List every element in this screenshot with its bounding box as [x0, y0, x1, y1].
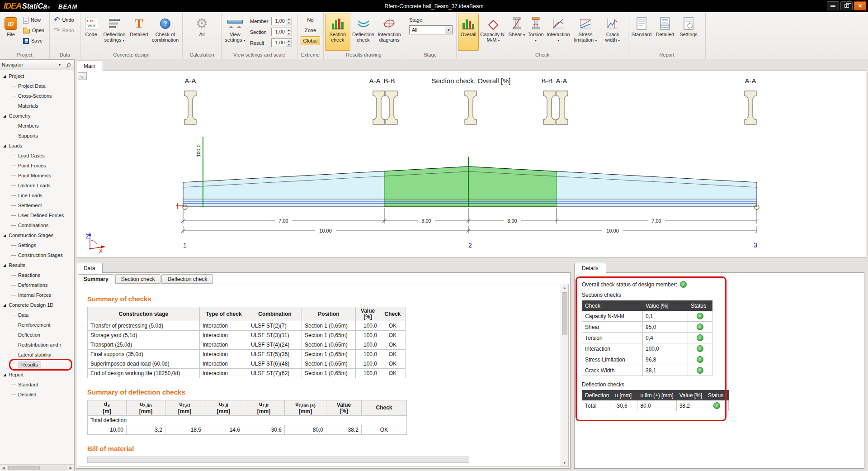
navigator-item-point-moments[interactable]: Point Moments [0, 171, 74, 181]
scroll-left-icon[interactable]: ◀ [0, 466, 7, 470]
tab-main[interactable]: Main [76, 61, 103, 71]
member-scale-input[interactable]: 1,00 ▲▼ [271, 17, 292, 25]
table-row[interactable]: Interaction100,0✓ [582, 343, 712, 354]
tree-expand-icon[interactable]: ◢ [3, 303, 6, 307]
fit-view-button[interactable]: ↔ [78, 72, 87, 80]
check-torsion-button[interactable]: Torsion ▾ [526, 14, 546, 51]
result-scale-spinner[interactable]: ▲▼ [286, 39, 292, 47]
navigator-item-deflection[interactable]: Deflection [0, 330, 74, 340]
tab-details[interactable]: Details [574, 263, 606, 273]
tree-expand-icon[interactable]: ◢ [3, 233, 6, 238]
scroll-down-icon[interactable]: ▼ [561, 459, 568, 466]
deflection-check-button[interactable]: Deflection check [350, 14, 377, 51]
navigator-item-deformations[interactable]: Deformations [0, 280, 74, 290]
stage-dropdown[interactable]: All ▼ [409, 25, 453, 34]
data-vertical-scrollbar[interactable]: ▲ ▼ [561, 284, 568, 466]
check-of-combination-button[interactable]: ? Check of combination [150, 14, 181, 51]
navigator-item-point-forces[interactable]: Point Forces [0, 161, 74, 171]
navigator-item-user-defined-forces[interactable]: User-Defined Forces [0, 210, 74, 220]
file-button[interactable]: ID File [1, 14, 20, 51]
navigator-item-members[interactable]: Members [0, 121, 74, 131]
main-drawing-canvas[interactable]: ↔ A-A A-A B-B Section check. Overall [%]… [76, 71, 866, 257]
navigator-item-detailed[interactable]: Detailed [0, 390, 74, 400]
navigator-item-concrete-design-1d[interactable]: ◢Concrete Design 1D [0, 300, 74, 310]
extreme-zone-button[interactable]: Zone [302, 26, 319, 35]
beam-drawing[interactable]: A-A A-A B-B Section check. Overall [%] B… [76, 71, 866, 257]
scroll-right-icon[interactable]: ▶ [67, 466, 74, 470]
table-row[interactable]: Crack Width38,1✓ [582, 365, 712, 376]
extreme-no-button[interactable]: No [304, 15, 316, 24]
section-scale-input[interactable]: 1,00 ▲▼ [271, 28, 292, 36]
tree-expand-icon[interactable]: ◢ [3, 373, 6, 377]
tab-section-check[interactable]: Section check [115, 274, 161, 284]
table-row[interactable]: 10,003,2-18,5-14,6-30,680,038,2OK [88, 425, 407, 435]
table-row[interactable]: End of design working life (18250,0d)Int… [88, 369, 406, 378]
scrollbar-thumb[interactable] [8, 466, 40, 470]
check-crack-width-button[interactable]: Crack width ▾ [600, 14, 625, 51]
redo-button[interactable]: ↷Redo [51, 26, 77, 35]
navigator-item-project-data[interactable]: Project Data [0, 81, 74, 91]
member-scale-spinner[interactable]: ▲▼ [286, 17, 292, 25]
table-row[interactable]: Storage yard (5,1d)InteractionULSF ST(3)… [88, 331, 406, 340]
tree-expand-icon[interactable]: ◢ [3, 263, 6, 267]
navigator-item-load-cases[interactable]: Load Cases [0, 151, 74, 161]
result-scale-input[interactable]: 1,00 ▲▼ [271, 38, 292, 47]
table-row[interactable]: Transfer of prestressing (5,0d)Interacti… [88, 321, 406, 331]
deflection-settings-button[interactable]: Deflection settings ▾ [100, 14, 128, 51]
new-button[interactable]: New [20, 15, 47, 24]
navigator-item-supports[interactable]: Supports [0, 131, 74, 141]
table-row[interactable]: Capacity N-M-M0,1✓ [582, 311, 712, 322]
navigator-item-reactions[interactable]: Reactions [0, 270, 74, 280]
navigator-item-materials[interactable]: Materials [0, 101, 74, 111]
check-interaction-button[interactable]: Interaction ▾ [546, 14, 571, 51]
table-row[interactable]: Shear95,0✓ [582, 322, 712, 333]
navigator-item-line-loads[interactable]: Line Loads [0, 190, 74, 200]
tab-summary[interactable]: Summary [78, 274, 114, 284]
pin-icon[interactable] [65, 61, 72, 68]
section-check-button[interactable]: Section check [325, 14, 350, 51]
navigator-item-combinations[interactable]: Combinations [0, 220, 74, 230]
dropdown-arrow-icon[interactable]: ▼ [445, 26, 452, 34]
navigator-item-data[interactable]: Data [0, 310, 74, 320]
navigator-item-geometry[interactable]: ◢Geometry [0, 111, 74, 121]
scroll-up-icon[interactable]: ▲ [561, 284, 568, 291]
navigator-item-settlement[interactable]: Settlement [0, 200, 74, 210]
table-group-row[interactable]: Total deflection [88, 416, 407, 425]
report-standard-button[interactable]: Standard [630, 14, 653, 51]
navigator-item-cross-sections[interactable]: Cross-Sections [0, 91, 74, 101]
extreme-global-button[interactable]: Global [301, 36, 321, 45]
navigator-item-redistribution-and-r[interactable]: Redistribution and r [0, 340, 74, 350]
restore-button[interactable] [840, 1, 853, 10]
minimize-button[interactable] [827, 1, 839, 10]
navigator-dropdown-icon[interactable]: ▾ [56, 61, 63, 68]
check-shear-button[interactable]: Shear ▾ [508, 14, 526, 51]
result-region-green[interactable] [384, 167, 557, 207]
tree-expand-icon[interactable]: ◢ [3, 74, 6, 78]
navigator-item-standard[interactable]: Standard [0, 380, 74, 390]
tab-data[interactable]: Data [76, 263, 103, 273]
table-row[interactable]: Torsion0,4✓ [582, 333, 712, 343]
table-row[interactable]: Superimposed dead load (60,0d)Interactio… [88, 359, 406, 369]
tab-deflection-check[interactable]: Deflection check [161, 274, 213, 284]
view-settings-button[interactable]: View settings ▾ [223, 14, 247, 51]
table-row[interactable]: Transport (25,0d)InteractionULSF ST(4)(2… [88, 340, 406, 350]
close-button[interactable]: × [854, 1, 866, 10]
navigator-item-results[interactable]: Results [0, 360, 74, 370]
save-button[interactable]: Save [20, 36, 47, 45]
code-button[interactable]: 1.1525.8 Code [82, 14, 100, 51]
beam-elevation[interactable]: 100,0 [176, 137, 759, 209]
navigator-item-lateral-stability[interactable]: Lateral stability [0, 350, 74, 360]
interaction-diagrams-button[interactable]: Interaction diagrams [376, 14, 402, 51]
navigator-item-construction-stages[interactable]: ◢Construction Stages [0, 230, 74, 240]
scrollbar-thumb[interactable] [562, 292, 567, 335]
navigator-item-loads[interactable]: ◢Loads [0, 141, 74, 151]
navigator-horizontal-scrollbar[interactable]: ◀ ▶ [0, 464, 74, 471]
report-settings-button[interactable]: Settings [677, 14, 700, 51]
table-row[interactable]: Final supports (35,0d)InteractionULSF ST… [88, 350, 406, 359]
detailed-button[interactable]: T Detailed [128, 14, 150, 51]
table-row[interactable]: Total-30,680,038,2✓ [582, 400, 729, 411]
check-capacity-button[interactable]: Capacity N-M-M ▾ [479, 14, 508, 51]
check-overall-button[interactable]: Overall [458, 14, 479, 51]
calculate-all-button[interactable]: ⚙ All [189, 14, 215, 51]
navigator-item-construction-stages[interactable]: Construction Stages [0, 250, 74, 260]
